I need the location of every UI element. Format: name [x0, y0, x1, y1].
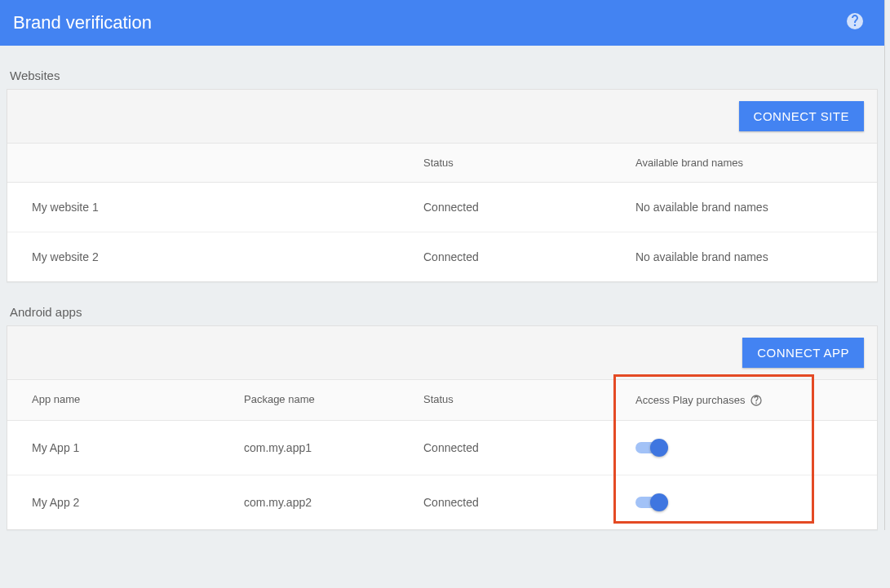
websites-table-header: Status Available brand names: [7, 144, 877, 183]
col-access-label: Access Play purchases: [635, 394, 745, 406]
col-status: Status: [405, 380, 618, 420]
col-package: Package name: [226, 380, 405, 420]
website-status: Connected: [405, 232, 618, 281]
col-access: Access Play purchases: [618, 380, 870, 420]
apps-section-label: Android apps: [7, 282, 878, 325]
help-icon[interactable]: [746, 393, 763, 407]
website-status: Connected: [405, 183, 618, 232]
app-name: My App 1: [14, 421, 226, 475]
col-brands: Available brand names: [618, 144, 870, 182]
website-brands: No available brand names: [618, 183, 870, 232]
table-row: My website 1 Connected No available bran…: [7, 183, 877, 232]
websites-section-label: Websites: [7, 46, 878, 89]
app-status: Connected: [405, 421, 618, 475]
connect-app-button[interactable]: CONNECT APP: [742, 338, 864, 368]
table-row: My App 2 com.my.app2 Connected: [7, 475, 877, 529]
table-row: My website 2 Connected No available bran…: [7, 232, 877, 281]
app-status: Connected: [405, 475, 618, 529]
app-package: com.my.app2: [226, 475, 405, 529]
websites-card: CONNECT SITE Status Available brand name…: [7, 89, 878, 282]
website-brands: No available brand names: [618, 232, 870, 281]
app-access-toggle-cell: [618, 475, 870, 529]
access-toggle[interactable]: [635, 493, 668, 511]
col-name: [14, 144, 405, 182]
websites-card-actions: CONNECT SITE: [7, 90, 877, 144]
col-app-name: App name: [14, 380, 226, 420]
app-package: com.my.app1: [226, 421, 405, 475]
col-status: Status: [405, 144, 618, 182]
app-name: My App 2: [14, 475, 226, 529]
access-toggle[interactable]: [635, 439, 668, 457]
page-title: Brand verification: [13, 12, 152, 33]
help-icon[interactable]: [845, 11, 865, 34]
app-access-toggle-cell: [618, 421, 870, 475]
table-row: My App 1 com.my.app1 Connected: [7, 421, 877, 475]
apps-card: CONNECT APP App name Package name Status…: [7, 325, 878, 530]
connect-site-button[interactable]: CONNECT SITE: [739, 101, 864, 131]
apps-table-header: App name Package name Status Access Play…: [7, 380, 877, 421]
website-name: My website 1: [14, 183, 405, 232]
page-header: Brand verification: [0, 0, 884, 46]
website-name: My website 2: [14, 232, 405, 281]
apps-card-actions: CONNECT APP: [7, 326, 877, 380]
